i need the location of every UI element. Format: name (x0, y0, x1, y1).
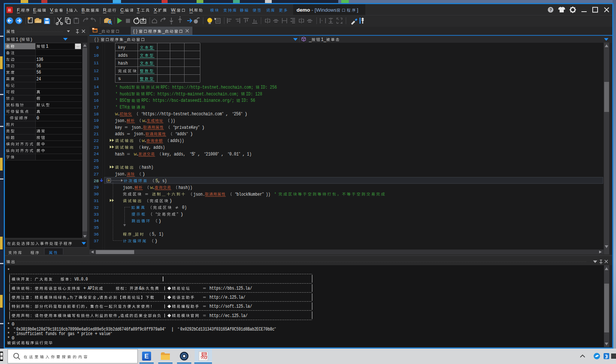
svg-text:32: 32 (94, 205, 99, 210)
svg-text:adds,: adds, (174, 151, 186, 157)
svg-text:,: , (197, 151, 200, 157)
svg-text:?: ? (549, 8, 552, 12)
svg-text:): ) (31, 37, 32, 42)
svg-text:10: 10 (94, 53, 99, 58)
svg-text:]: ] (357, 7, 359, 13)
svg-text:privateKey: privateKey (175, 125, 198, 130)
svg-text:R.: R. (103, 8, 108, 13)
svg-text:28: 28 (94, 178, 99, 183)
svg-text:31: 31 (94, 198, 99, 203)
svg-text:huobi: huobi (120, 85, 131, 90)
svg-text:)): )) (266, 192, 270, 197)
svg-text:33: 33 (94, 212, 99, 217)
svg-text:s): s) (162, 178, 167, 184)
svg-text:23: 23 (94, 145, 99, 150)
svg-text:,: , (118, 313, 121, 319)
svg-text:adds: adds (115, 131, 124, 137)
svg-text:13: 13 (94, 76, 99, 81)
svg-text:,: , (242, 151, 245, 157)
svg-text:}: } (136, 29, 138, 34)
svg-text:): ) (245, 111, 248, 117)
svg-text:demo: demo (297, 7, 310, 13)
svg-text:0: 0 (12, 336, 14, 341)
svg-text:): ) (169, 198, 172, 204)
svg-text:136: 136 (36, 57, 43, 62)
svg-text:_: _ (124, 37, 127, 42)
svg-text:*: * (7, 336, 10, 341)
svg-text:json.: json. (115, 171, 127, 177)
svg-text:huobi: huobi (120, 91, 131, 97)
svg-text:H.: H. (189, 8, 194, 13)
svg-text:1: 1 (46, 44, 48, 49)
svg-text:1): 1) (247, 151, 251, 157)
svg-text:&: & (139, 286, 142, 291)
svg-text:9: 9 (96, 45, 99, 50)
svg-text:value: value (99, 331, 110, 337)
svg-text:adds)): adds)) (170, 138, 184, 143)
svg-text:json.: json. (194, 192, 205, 197)
svg-text:[Windows: [Windows (315, 7, 337, 13)
svg-text:': ' (115, 98, 118, 103)
svg-text:http://e.125.la/: http://e.125.la/ (209, 295, 245, 300)
svg-text:,: , (157, 178, 160, 184)
svg-text:RPC:: RPC: (146, 91, 155, 97)
svg-text:{: { (94, 37, 96, 42)
svg-text:34: 34 (94, 218, 99, 223)
svg-text:.: . (152, 185, 155, 190)
svg-text:E: E (144, 353, 148, 360)
svg-text:1: 1 (16, 37, 18, 42)
svg-text:,: , (226, 111, 229, 117)
svg-text:}: } (97, 37, 99, 42)
svg-text:F.: F. (17, 8, 21, 13)
svg-text:|: | (171, 327, 174, 332)
svg-text:funds: funds (45, 331, 57, 337)
svg-text:T.: T. (137, 8, 141, 13)
svg-text:X.: X. (154, 8, 158, 13)
svg-text:B.: B. (82, 8, 86, 13)
svg-text:): ) (180, 211, 183, 217)
svg-text:1_: 1_ (321, 37, 327, 42)
svg-text:+: + (83, 286, 86, 291)
svg-text:http://soft.125.la/: http://soft.125.la/ (209, 304, 252, 309)
svg-text:hash)): hash)) (179, 185, 192, 190)
svg-text:https://http-mainnet.hecochain: https://http-mainnet.hecochain.com; (157, 91, 239, 97)
svg-text:key,: key, (162, 151, 172, 157)
svg-text:blockNumber: blockNumber (237, 192, 262, 197)
svg-text:.: . (136, 151, 139, 157)
svg-text:key: key (118, 45, 126, 50)
svg-text:56: 56 (36, 63, 41, 69)
svg-text:RPC:: RPC: (141, 98, 151, 103)
svg-text:.: . (144, 138, 147, 143)
svg-text:hash: hash (118, 60, 128, 66)
svg-text:30: 30 (94, 192, 99, 196)
svg-text:_: _ (309, 37, 312, 42)
svg-text:27: 27 (94, 172, 99, 177)
svg-text:*: * (7, 268, 10, 273)
svg-text:15: 15 (94, 91, 99, 96)
svg-text:ID:: ID: (241, 98, 248, 103)
svg-text:): ) (201, 125, 204, 130)
svg-text:16: 16 (94, 98, 99, 103)
svg-text:56: 56 (36, 70, 41, 75)
svg-text:128: 128 (255, 91, 262, 97)
svg-text:json.: json. (132, 125, 143, 130)
svg-text:25: 25 (94, 158, 99, 163)
svg-text:256: 256 (234, 111, 241, 117)
svg-text:gas: gas (68, 331, 74, 337)
svg-text:24: 24 (36, 77, 41, 82)
svg-text:key: key (115, 125, 122, 130)
svg-text:ID:: ID: (260, 85, 268, 90)
svg-text:https://bbs.125.la/: https://bbs.125.la/ (209, 286, 252, 291)
svg-text:*: * (77, 331, 79, 337)
svg-text:': ' (115, 85, 118, 90)
svg-text:,: , (221, 151, 224, 157)
svg-text:https://bsc-dataseed1.binance.: https://bsc-dataseed1.binance.org/; (153, 98, 234, 103)
svg-text:): ) (154, 238, 157, 244)
svg-text:-: - (312, 7, 313, 13)
svg-text:): ) (158, 218, 161, 224)
svg-text:adds: adds (118, 53, 128, 58)
svg-text:I.: I. (67, 8, 69, 13)
svg-text:): ) (142, 171, 145, 177)
svg-text:29: 29 (94, 185, 99, 190)
svg-text:)): )) (171, 118, 175, 124)
